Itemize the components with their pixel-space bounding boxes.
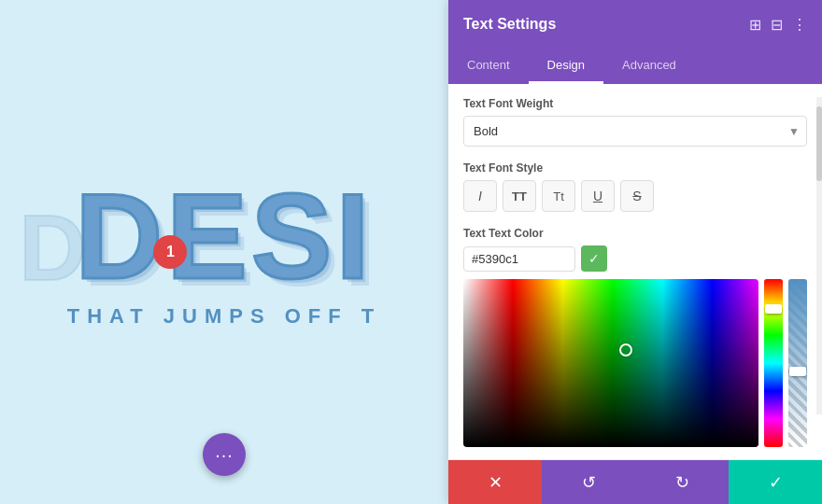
text-color-group: Text Text Color ✓ bbox=[463, 227, 807, 459]
font-weight-group: Text Font Weight Bold Thin Light Regular… bbox=[463, 97, 807, 147]
hue-slider[interactable] bbox=[764, 279, 783, 447]
tab-design[interactable]: Design bbox=[529, 49, 603, 84]
tab-content[interactable]: Content bbox=[448, 49, 529, 84]
font-style-label: Text Font Style bbox=[463, 161, 807, 175]
alpha-slider-block bbox=[788, 279, 807, 447]
font-style-buttons: I TT Tt U S bbox=[463, 180, 807, 212]
undo-button[interactable]: ↺ bbox=[542, 460, 635, 504]
resize-icon[interactable]: ⊞ bbox=[749, 16, 761, 34]
underline-button[interactable]: U bbox=[581, 180, 615, 212]
italic-button[interactable]: I bbox=[463, 180, 497, 212]
panel-tabs: Content Design Advanced bbox=[448, 49, 822, 84]
strikethrough-button[interactable]: S bbox=[620, 180, 654, 212]
alpha-slider[interactable] bbox=[788, 279, 807, 447]
color-sliders-row bbox=[463, 279, 807, 447]
more-icon[interactable]: ⋮ bbox=[792, 16, 807, 34]
text-color-label: Text Text Color bbox=[463, 227, 807, 240]
tab-advanced[interactable]: Advanced bbox=[603, 49, 695, 84]
confirm-button[interactable]: ✓ bbox=[729, 460, 822, 504]
font-style-group: Text Font Style I TT Tt U S bbox=[463, 161, 807, 212]
columns-icon[interactable]: ⊟ bbox=[771, 16, 783, 34]
hex-color-input[interactable] bbox=[463, 246, 575, 272]
fab-icon: ··· bbox=[215, 445, 234, 464]
subtitle-text: THAT JUMPS OFF T bbox=[67, 304, 382, 329]
font-weight-label: Text Font Weight bbox=[463, 97, 807, 110]
capitalize-button[interactable]: Tt bbox=[542, 180, 575, 212]
color-input-row: ✓ bbox=[463, 245, 807, 272]
settings-panel: Text Settings ⊞ ⊟ ⋮ Content Design Advan… bbox=[448, 0, 822, 504]
color-swatches bbox=[463, 455, 807, 459]
panel-footer: ✕ ↺ ↻ ✓ bbox=[448, 459, 822, 504]
hue-slider-block bbox=[764, 279, 783, 447]
cancel-button[interactable]: ✕ bbox=[448, 460, 542, 504]
color-confirm-button[interactable]: ✓ bbox=[581, 245, 607, 272]
panel-header: Text Settings ⊞ ⊟ ⋮ bbox=[448, 0, 822, 49]
header-icons: ⊞ ⊟ ⋮ bbox=[749, 16, 807, 34]
font-weight-select[interactable]: Bold Thin Light Regular Extra Bold bbox=[463, 116, 807, 147]
panel-title: Text Settings bbox=[463, 16, 556, 33]
badge-number[interactable]: 1 bbox=[153, 235, 187, 269]
scrollbar-thumb[interactable] bbox=[816, 106, 822, 181]
design-text-wrapper: D DESI THAT JUMPS OFF T bbox=[67, 175, 382, 329]
alpha-thumb bbox=[789, 367, 806, 376]
color-picker: ✓ bbox=[463, 245, 807, 459]
redo-button[interactable]: ↻ bbox=[635, 460, 729, 504]
panel-body: Text Font Weight Bold Thin Light Regular… bbox=[448, 84, 822, 459]
color-spectrum[interactable] bbox=[463, 279, 758, 447]
scrollbar-track bbox=[816, 97, 822, 414]
main-text: DESI bbox=[75, 175, 373, 297]
hue-thumb bbox=[765, 304, 782, 314]
uppercase-button[interactable]: TT bbox=[503, 180, 536, 212]
fab-button[interactable]: ··· bbox=[203, 433, 246, 476]
font-weight-select-wrapper: Bold Thin Light Regular Extra Bold ▼ bbox=[463, 116, 807, 147]
canvas-area: D DESI THAT JUMPS OFF T 1 ··· bbox=[0, 0, 448, 504]
